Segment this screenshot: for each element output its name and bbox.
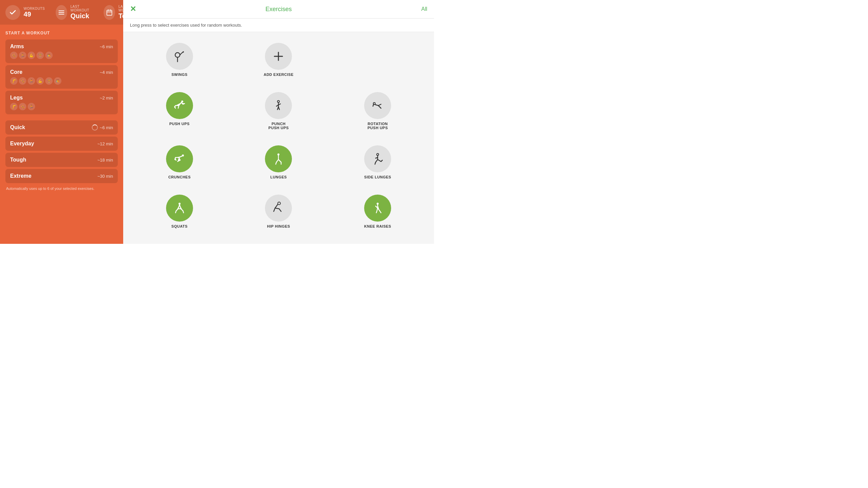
- side-lunges-circle: [364, 145, 391, 172]
- workout-quick[interactable]: Quick ~6 min: [5, 120, 118, 135]
- workout-core-name: Core: [10, 69, 22, 75]
- right-panel: ✕ Exercises All Long press to select exe…: [123, 0, 434, 244]
- rotation-pushups-label: ROTATION PUSH UPS: [368, 122, 388, 130]
- core-icon-4: 💪: [36, 77, 44, 85]
- legs-icon-2: 🤸: [19, 103, 26, 110]
- crunches-circle: [166, 145, 193, 172]
- exercise-crunches[interactable]: CRUNCHES: [130, 140, 229, 189]
- core-icon-3: 🏃: [28, 77, 35, 85]
- punch-pushups-label: PUNCH PUSH UPS: [268, 122, 289, 130]
- legs-icon-1: 🦵: [10, 103, 18, 110]
- svg-point-8: [183, 51, 184, 53]
- footer-note: Automatically uses up to 6 of your selec…: [5, 186, 118, 191]
- svg-point-11: [181, 101, 183, 103]
- arms-icons: 🤸 🏃 💪 🏋 🤼: [10, 52, 113, 59]
- lunges-label: LUNGES: [270, 175, 287, 179]
- exercise-squats[interactable]: SQUATS: [130, 189, 229, 238]
- arms-icon-1: 🤸: [10, 52, 18, 59]
- hip-hinges-circle: [265, 195, 292, 222]
- workout-arms[interactable]: Arms ~6 min 🤸 🏃 💪 🏋 🤼: [5, 39, 118, 63]
- last-workout-type-stat: LAST WORKOUT Quick: [56, 5, 93, 20]
- side-lunges-label: SIDE LUNGES: [364, 175, 391, 179]
- workout-legs[interactable]: Legs ~2 min 🦵 🤸 🏃: [5, 91, 118, 114]
- workout-extreme-duration: ~30 min: [97, 174, 113, 179]
- list-icon: [56, 5, 67, 20]
- swings-label: SWINGS: [171, 73, 188, 77]
- exercise-punch-pushups[interactable]: PUNCH PUSH UPS: [229, 87, 328, 140]
- exercises-grid: SWINGS ADD EXERCISE: [123, 32, 434, 244]
- workout-legs-name: Legs: [10, 95, 23, 101]
- workouts-stat: WORKOUTS 49: [5, 5, 45, 20]
- workout-everyday-name: Everyday: [10, 141, 34, 147]
- right-header: ✕ Exercises All: [123, 0, 434, 19]
- arms-icon-3: 💪: [28, 52, 35, 59]
- left-panel: WORKOUTS 49 LAST WORKOUT Quick: [0, 0, 123, 244]
- exercise-side-lunges[interactable]: SIDE LUNGES: [328, 140, 427, 189]
- squats-label: SQUATS: [171, 224, 188, 228]
- svg-rect-3: [107, 10, 112, 15]
- exercises-subtitle: Long press to select exercises used for …: [123, 19, 434, 32]
- rotation-pushups-circle: [364, 92, 391, 119]
- squats-circle: [166, 195, 193, 222]
- exercise-lunges[interactable]: LUNGES: [229, 140, 328, 189]
- crunches-label: CRUNCHES: [168, 175, 191, 179]
- punch-pushups-circle: [265, 92, 292, 119]
- arms-icon-5: 🤼: [45, 52, 53, 59]
- workout-everyday[interactable]: Everyday ~12 min: [5, 137, 118, 151]
- workout-extreme[interactable]: Extreme ~30 min: [5, 169, 118, 183]
- loading-spinner: [92, 124, 98, 131]
- core-icon-2: 🤸: [19, 77, 26, 85]
- workout-core-duration: ~4 min: [100, 70, 113, 75]
- exercise-empty: [328, 37, 427, 87]
- swings-circle: [166, 43, 193, 70]
- last-workout-type-label: LAST WORKOUT: [71, 5, 93, 12]
- workout-quick-name: Quick: [10, 124, 25, 131]
- svg-point-7: [175, 53, 180, 57]
- legs-icon-3: 🏃: [28, 103, 35, 110]
- workout-tough[interactable]: Tough ~18 min: [5, 153, 118, 167]
- hip-hinges-label: HIP HINGES: [267, 224, 290, 228]
- exercise-hip-hinges[interactable]: HIP HINGES: [229, 189, 328, 238]
- exercise-rotation-pushups[interactable]: ROTATION PUSH UPS: [328, 87, 427, 140]
- close-button[interactable]: ✕: [130, 5, 136, 13]
- exercise-swings[interactable]: SWINGS: [130, 37, 229, 87]
- left-content: START A WORKOUT Arms ~6 min 🤸 🏃 💪 🏋 🤼 Co…: [0, 25, 123, 244]
- core-icons: 🦵 🤸 🏃 💪 🏋 🤼: [10, 77, 113, 85]
- knee-raises-circle: [364, 195, 391, 222]
- arms-icon-4: 🏋: [36, 52, 44, 59]
- legs-icons: 🦵 🤸 🏃: [10, 103, 113, 110]
- workout-core[interactable]: Core ~4 min 🦵 🤸 🏃 💪 🏋 🤼: [5, 65, 118, 89]
- app-header: WORKOUTS 49 LAST WORKOUT Quick: [0, 0, 123, 25]
- workout-everyday-duration: ~12 min: [97, 141, 113, 146]
- section-title: START A WORKOUT: [5, 31, 118, 35]
- checkmark-icon: [5, 5, 20, 20]
- exercises-title: Exercises: [266, 6, 292, 13]
- arms-icon-2: 🏃: [19, 52, 26, 59]
- last-workout-type-value: Quick: [71, 12, 93, 20]
- exercise-knee-raises[interactable]: KNEE RAISES: [328, 189, 427, 238]
- workout-tough-name: Tough: [10, 157, 26, 163]
- workout-tough-duration: ~18 min: [97, 157, 113, 163]
- exercise-add[interactable]: ADD EXERCISE: [229, 37, 328, 87]
- pushups-label: PUSH UPS: [169, 122, 190, 126]
- core-icon-1: 🦵: [10, 77, 18, 85]
- add-exercise-label: ADD EXERCISE: [264, 73, 294, 77]
- workout-legs-duration: ~2 min: [100, 95, 113, 101]
- all-button[interactable]: All: [421, 6, 427, 12]
- workout-arms-name: Arms: [10, 44, 24, 50]
- workouts-label: WORKOUTS: [24, 7, 45, 10]
- calendar-icon: [104, 5, 115, 20]
- workout-arms-duration: ~6 min: [100, 44, 113, 49]
- workouts-count: 49: [24, 10, 45, 18]
- workout-extreme-name: Extreme: [10, 173, 31, 179]
- core-icon-5: 🏋: [45, 77, 53, 85]
- add-circle: [265, 43, 292, 70]
- exercise-pushups[interactable]: PUSH UPS: [130, 87, 229, 140]
- knee-raises-label: KNEE RAISES: [364, 224, 391, 228]
- workout-quick-duration: ~6 min: [92, 124, 113, 131]
- core-icon-6: 🤼: [54, 77, 61, 85]
- lunges-circle: [265, 145, 292, 172]
- pushups-circle: [166, 92, 193, 119]
